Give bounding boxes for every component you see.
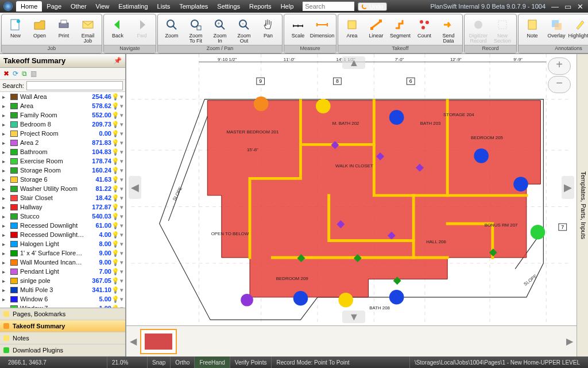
tree-info-icon[interactable]: ▾ [118,259,125,266]
bulb-icon[interactable]: 💡 [111,148,118,156]
tree-info-icon[interactable]: ▾ [118,185,125,193]
tree-info-icon[interactable]: ▾ [118,158,125,165]
tree-expand-icon[interactable]: ▸ [2,195,8,201]
bulb-icon[interactable]: 💡 [111,286,118,294]
bulb-icon[interactable]: 💡 [111,121,118,128]
tree-info-icon[interactable]: ▾ [118,286,125,294]
ribbon-count-button[interactable]: Count [413,16,436,40]
right-panel-collapsed[interactable]: Templates, Parts, Inputs [577,54,588,356]
tree-info-icon[interactable]: ▾ [118,194,125,202]
menu-page[interactable]: Page [42,1,66,12]
tree-item[interactable]: ▸Recessed Downlight …4.00💡▾ [0,230,125,239]
ribbon-zoomout-button[interactable]: -ZoomOut [233,16,256,45]
menu-settings[interactable]: Settings [212,1,245,12]
tree-item[interactable]: ▸Exercise Room178.74💡▾ [0,156,125,166]
menu-estimating[interactable]: Estimating [114,1,152,12]
ribbon-dimension-button[interactable]: Dimension [311,16,334,40]
side-tab-takeoff-summary[interactable]: Takeoff Summary [0,320,125,332]
bulb-icon[interactable]: 💡 [111,213,118,220]
tree-info-icon[interactable]: ▾ [118,176,125,183]
tree-expand-icon[interactable]: ▸ [2,223,8,229]
tree-expand-icon[interactable]: ▸ [2,177,8,183]
tree-info-icon[interactable]: ▾ [118,167,125,174]
menu-search-input[interactable] [303,2,354,11]
tree-expand-icon[interactable]: ▸ [2,131,8,137]
tree-item[interactable]: ▸Bedroom 8209.73💡▾ [0,120,125,129]
tree-expand-icon[interactable]: ▸ [2,149,8,155]
ribbon-new-button[interactable]: New [4,16,27,40]
thumb-prev-button[interactable]: ◀ [130,336,137,347]
tree-info-icon[interactable]: ▾ [118,240,125,248]
ribbon-zoomfit-button[interactable]: ZoomTo Fit [184,16,207,45]
window-minimize-button[interactable]: — [551,2,559,11]
tree-info-icon[interactable]: ▾ [118,277,125,285]
status-snap[interactable]: Snap [147,356,170,368]
menu-reports[interactable]: Reports [245,1,276,12]
tree-item[interactable]: ▸Recessed Downlight61.00💡▾ [0,221,125,230]
ribbon-zoom-button[interactable]: Zoom [160,16,183,40]
tree-item[interactable]: ▸Window 65.00💡▾ [0,294,125,304]
bulb-icon[interactable]: 💡 [111,139,118,147]
pan-up-button[interactable]: ▲ [342,56,365,69]
tree-info-icon[interactable]: ▾ [118,112,125,119]
sidebar-refresh-button[interactable]: ⟳ [13,70,18,78]
tree-expand-icon[interactable]: ▸ [2,167,8,174]
tree-info-icon[interactable]: ▾ [118,121,125,128]
zoom-in-button[interactable]: + [548,57,571,75]
tree-info-icon[interactable]: ▾ [118,268,125,275]
tree-info-icon[interactable]: ▾ [118,204,125,211]
tree-expand-icon[interactable]: ▸ [2,94,8,100]
tree-expand-icon[interactable]: ▸ [2,112,8,118]
ribbon-linear-button[interactable]: Linear [365,16,388,40]
tree-info-icon[interactable]: ▾ [118,231,125,239]
tree-item[interactable]: ▸Family Room552.00💡▾ [0,110,125,120]
tree-item[interactable]: ▸Bathroom104.83💡▾ [0,147,125,156]
tree-item[interactable]: ▸Hallway172.87💡▾ [0,202,125,212]
zoom-out-button[interactable]: − [548,76,571,93]
tree-item[interactable]: ▸Area 2871.83💡▾ [0,138,125,147]
tree-expand-icon[interactable]: ▸ [2,213,8,220]
tree-expand-icon[interactable]: ▸ [2,232,8,238]
bulb-icon[interactable]: 💡 [111,102,118,110]
menu-help[interactable]: Help [276,1,299,12]
ribbon-note-button[interactable]: Note [521,16,544,40]
bulb-icon[interactable]: 💡 [111,194,118,202]
ribbon-zoomin-button[interactable]: +ZoomIn [208,16,231,45]
sidebar-pin-icon[interactable]: 📌 [114,57,122,64]
menu-search[interactable] [303,2,354,11]
tree-expand-icon[interactable]: ▸ [2,103,8,109]
tree-item[interactable]: ▸sinlge pole367.05💡▾ [0,276,125,285]
tree-info-icon[interactable]: ▾ [118,296,125,303]
sidebar-add-button[interactable]: ⧉ [22,70,27,78]
menu-view[interactable]: View [91,1,114,12]
tree-expand-icon[interactable]: ▸ [2,186,8,192]
ribbon-back-button[interactable]: Back [106,16,129,40]
menu-home[interactable]: Home [16,1,42,12]
tree-item[interactable]: ▸Window 71.00💡▾ [0,304,125,308]
tree-expand-icon[interactable]: ▸ [2,287,8,293]
status-ortho[interactable]: Ortho [170,356,194,368]
window-close-button[interactable]: ✕ [577,2,583,11]
bulb-icon[interactable]: 💡 [111,240,118,248]
side-tab-notes[interactable]: Notes [0,332,125,344]
ribbon-emailjob-button[interactable]: EmailJob [76,16,99,45]
bulb-icon[interactable]: 💡 [111,222,118,229]
page-thumbnail[interactable] [140,329,177,354]
tree-expand-icon[interactable]: ▸ [2,204,8,210]
ribbon-senddata-button[interactable]: SendData [437,16,460,45]
tree-expand-icon[interactable]: ▸ [2,259,8,266]
bulb-icon[interactable]: 💡 [111,277,118,285]
bulb-icon[interactable]: 💡 [111,268,118,275]
ribbon-print-button[interactable]: Print [52,16,75,40]
tree-info-icon[interactable]: ▾ [118,213,125,220]
tree-expand-icon[interactable]: ▸ [2,158,8,164]
tree-item[interactable]: ▸Wall Mounted Incand…9.00💡▾ [0,258,125,267]
tree-item[interactable]: ▸Storage Room160.24💡▾ [0,166,125,175]
ribbon-area-button[interactable]: Area [341,16,363,40]
sidebar-props-button[interactable]: ▥ [30,70,37,78]
tree-item[interactable]: ▸Halogen Light8.00💡▾ [0,239,125,248]
tree-item[interactable]: ▸Pendant Light7.00💡▾ [0,267,125,276]
tree-info-icon[interactable]: ▾ [118,222,125,229]
tree-item[interactable]: ▸1' x 4' Surface Flores…9.00💡▾ [0,248,125,258]
tree-expand-icon[interactable]: ▸ [2,140,8,146]
